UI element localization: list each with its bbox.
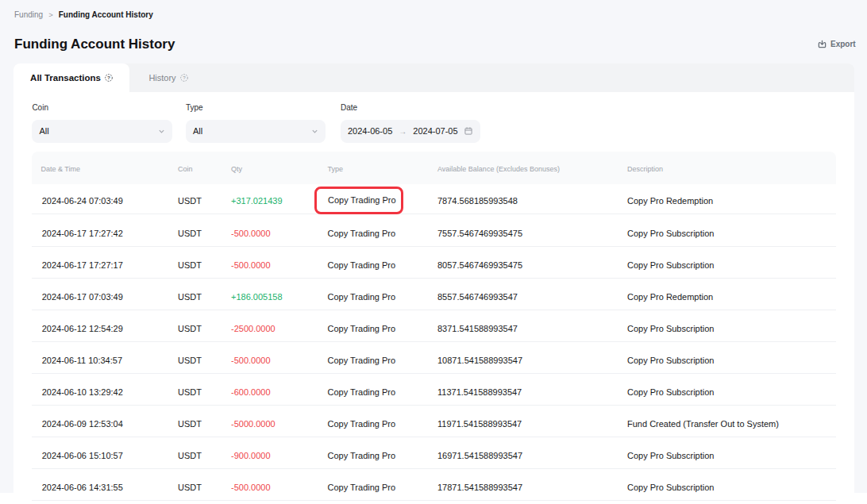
svg-text:?: ? — [183, 75, 186, 80]
svg-text:?: ? — [107, 75, 110, 80]
